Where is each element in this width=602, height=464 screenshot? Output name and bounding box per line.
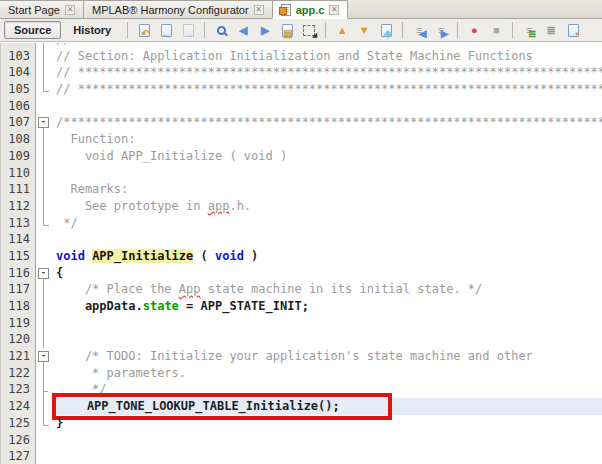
tab-start-page[interactable]: Start Page✕	[0, 0, 84, 18]
code-text	[52, 315, 602, 332]
toolbar-icon-group: ↶←→◀▶▤▲▼◆≡◀≡▶●■≡≣≣▪	[134, 21, 583, 39]
toggle-bookmark-button[interactable]: ◆	[376, 21, 396, 39]
previous-bookmark-button[interactable]: ▲	[332, 21, 352, 39]
line-number: 115	[0, 248, 36, 265]
code-line-114[interactable]: 114	[0, 231, 602, 248]
code-line-104[interactable]: 104// **********************************…	[0, 64, 602, 81]
tab-close-icon[interactable]: ✕	[65, 5, 75, 15]
line-number: 108	[0, 131, 36, 148]
line-number: 127	[0, 448, 36, 464]
uncomment-icon: ≣	[547, 25, 556, 36]
code-text	[52, 448, 602, 464]
code-line-124[interactable]: 124 APP_TONE_LOOKUP_TABLE_Initialize();	[0, 398, 602, 415]
fold-toggle-icon[interactable]	[36, 265, 52, 282]
last-edit-position-button[interactable]: ↶	[134, 21, 154, 39]
code-lines: 102// **********************************…	[0, 43, 602, 464]
fold-guide	[36, 432, 52, 449]
fold-toggle-icon[interactable]	[36, 114, 52, 131]
find-selection-button[interactable]	[211, 21, 231, 39]
macro-expansion-button[interactable]: ▪	[563, 21, 583, 39]
history-view-button[interactable]: History	[63, 21, 121, 39]
line-number: 104	[0, 64, 36, 81]
code-line-125[interactable]: 125}	[0, 415, 602, 432]
tab-close-icon[interactable]: ✕	[329, 5, 339, 15]
forward-button[interactable]: →	[178, 21, 198, 39]
uncomment-button[interactable]: ≣	[541, 21, 561, 39]
line-number: 114	[0, 231, 36, 248]
code-text: /* Place the App state machine in its in…	[52, 281, 602, 298]
line-number: 123	[0, 381, 36, 398]
line-number: 116	[0, 265, 36, 282]
code-line-117[interactable]: 117 /* Place the App state machine in it…	[0, 281, 602, 298]
toggle-highlight-search-icon: ▤	[282, 24, 293, 37]
editor-toolbar: Source History ↶←→◀▶▤▲▼◆≡◀≡▶●■≡≣≣▪	[0, 19, 602, 42]
next-bookmark-button[interactable]: ▼	[354, 21, 374, 39]
code-text: APP_TONE_LOOKUP_TABLE_Initialize();	[52, 398, 602, 415]
shift-line-right-button[interactable]: ≡▶	[431, 21, 451, 39]
code-line-108[interactable]: 108 Function:	[0, 131, 602, 148]
source-view-button[interactable]: Source	[4, 21, 61, 39]
stop-macro-recording-button[interactable]: ■	[486, 21, 506, 39]
fold-guide	[36, 148, 52, 165]
stop-macro-recording-icon: ■	[493, 25, 500, 36]
code-line-107[interactable]: 107/************************************…	[0, 114, 602, 131]
line-number: 118	[0, 298, 36, 315]
tab-harmony-configurator[interactable]: MPLAB® Harmony Configurator✕	[83, 0, 273, 18]
code-text: */	[52, 215, 602, 232]
shift-line-left-button[interactable]: ≡◀	[409, 21, 429, 39]
code-line-115[interactable]: 115void APP_Initialize ( void )	[0, 248, 602, 265]
code-line-121[interactable]: 121 /* TODO: Initialize your application…	[0, 348, 602, 365]
fold-guide	[36, 181, 52, 198]
tab-app-c[interactable]: app.c✕	[272, 0, 349, 19]
code-line-127[interactable]: 127	[0, 448, 602, 464]
tab-label: Start Page	[8, 4, 60, 16]
code-text	[52, 432, 602, 449]
line-number: 119	[0, 315, 36, 332]
fold-guide	[36, 48, 52, 65]
tab-close-icon[interactable]: ✕	[254, 5, 264, 15]
start-macro-recording-button[interactable]: ●	[464, 21, 484, 39]
line-number: 111	[0, 181, 36, 198]
code-line-126[interactable]: 126	[0, 432, 602, 449]
code-line-110[interactable]: 110	[0, 165, 602, 182]
code-line-105[interactable]: 105// **********************************…	[0, 81, 602, 98]
line-number: 107	[0, 114, 36, 131]
comment-button[interactable]: ≡≣	[519, 21, 539, 39]
rectangular-selection-button[interactable]	[299, 21, 319, 39]
fold-toggle-icon[interactable]	[36, 348, 52, 365]
code-line-109[interactable]: 109 void APP_Initialize ( void )	[0, 148, 602, 165]
code-line-103[interactable]: 103// Section: Application Initializatio…	[0, 48, 602, 65]
code-line-111[interactable]: 111 Remarks:	[0, 181, 602, 198]
code-line-112[interactable]: 112 See prototype in app.h.	[0, 198, 602, 215]
editor-tab-bar: Start Page✕MPLAB® Harmony Configurator✕a…	[0, 0, 602, 19]
code-text: }	[52, 415, 602, 432]
toolbar-separator	[402, 22, 403, 38]
code-line-120[interactable]: 120	[0, 331, 602, 348]
code-line-122[interactable]: 122 * parameters.	[0, 365, 602, 382]
next-occurrence-button[interactable]: ▶	[255, 21, 275, 39]
previous-occurrence-button[interactable]: ◀	[233, 21, 253, 39]
code-line-106[interactable]: 106	[0, 98, 602, 115]
code-line-116[interactable]: 116{	[0, 265, 602, 282]
code-line-113[interactable]: 113 */	[0, 215, 602, 232]
line-number: 125	[0, 415, 36, 432]
macro-expansion-icon: ▪	[568, 24, 579, 37]
code-text: /***************************************…	[52, 114, 602, 131]
code-editor[interactable]: 102// **********************************…	[0, 43, 602, 464]
back-button[interactable]: ←	[156, 21, 176, 39]
line-number: 109	[0, 148, 36, 165]
rectangular-selection-icon	[303, 25, 315, 36]
code-text: * parameters.	[52, 365, 602, 382]
last-edit-position-icon: ↶	[139, 24, 150, 37]
previous-occurrence-icon: ◀	[239, 25, 247, 36]
code-text: // *************************************…	[52, 64, 602, 81]
code-line-118[interactable]: 118 appData.state = APP_STATE_INIT;	[0, 298, 602, 315]
toggle-highlight-search-button[interactable]: ▤	[277, 21, 297, 39]
c-file-icon	[281, 4, 291, 16]
previous-bookmark-icon: ▲	[337, 25, 348, 36]
line-number: 106	[0, 98, 36, 115]
code-text	[52, 165, 602, 182]
code-line-119[interactable]: 119	[0, 315, 602, 332]
code-text: Remarks:	[52, 181, 602, 198]
fold-guide	[36, 415, 52, 432]
